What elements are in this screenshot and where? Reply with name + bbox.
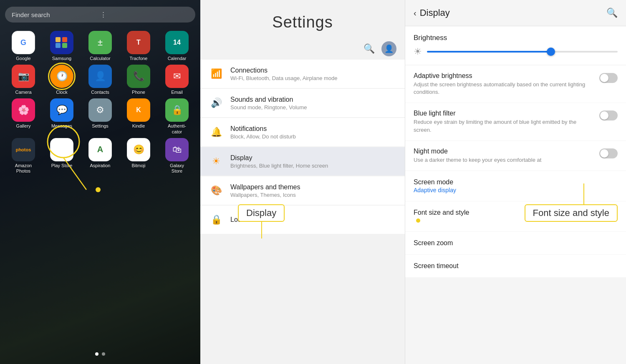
app-label-kindle: Kindle <box>132 123 145 129</box>
blue-light-toggle[interactable] <box>599 110 618 120</box>
galaxy-store-icon: 🛍 <box>165 138 189 161</box>
app-label-settings: Settings <box>92 123 109 129</box>
play-store-icon: ▶ <box>50 138 73 161</box>
app-label-google: Google <box>16 56 30 61</box>
more-options-icon[interactable]: ⋮ <box>100 11 189 18</box>
screen-timeout-row[interactable]: Screen timeout <box>405 255 626 277</box>
connections-title: Connections <box>230 67 396 74</box>
app-messages[interactable]: 💬 Messages <box>43 98 80 134</box>
calculator-icon: ± <box>88 31 112 54</box>
night-mode-row[interactable]: Night mode Use a darker theme to keep yo… <box>405 141 626 171</box>
app-label-aspiration: Aspiration <box>90 163 111 168</box>
display-text: Display Brightness, Blue light filter, H… <box>230 154 396 169</box>
wallpapers-text: Wallpapers and themes Wallpapers, Themes… <box>230 183 396 198</box>
app-label-samsung: Samsung <box>52 56 71 61</box>
settings-item-wallpapers[interactable]: 🎨 Wallpapers and themes Wallpapers, Them… <box>200 176 405 205</box>
app-calculator[interactable]: ± Calculator <box>82 31 119 61</box>
app-label-calendar: Calendar <box>168 56 187 61</box>
lock-icon: 🔒 <box>209 212 224 227</box>
sound-icon: 🔊 <box>209 95 224 110</box>
notifications-text: Notifications Block, Allow, Do not distu… <box>230 125 396 140</box>
adaptive-brightness-text: Adaptive brightness Adjust the screen br… <box>414 72 594 96</box>
display-callout-line <box>261 222 262 238</box>
app-galaxy-store[interactable]: 🛍 GalaxyStore <box>159 138 195 174</box>
app-label-galaxy-store: GalaxyStore <box>170 163 184 174</box>
app-play-store[interactable]: ▶ Play Store <box>43 138 80 174</box>
screen-mode-title: Screen mode <box>414 178 618 186</box>
adaptive-brightness-title: Adaptive brightness <box>414 72 594 80</box>
back-icon[interactable]: ‹ <box>414 8 416 18</box>
app-label-messages: Messages <box>51 123 72 129</box>
app-label-phone: Phone <box>132 90 145 95</box>
settings-list: 📶 Connections Wi-Fi, Bluetooth, Data usa… <box>200 60 405 364</box>
tracfone-icon: T <box>127 31 150 54</box>
settings-avatar[interactable]: 👤 <box>381 41 396 56</box>
display-content: Brightness ☀ Adaptive brightness Adjust … <box>405 26 626 364</box>
screen-zoom-row[interactable]: Screen zoom <box>405 232 626 254</box>
app-label-amazon-photos: AmazonPhotos <box>15 163 32 174</box>
display-panel-title: Display <box>420 8 603 18</box>
brightness-low-icon: ☀ <box>414 46 422 57</box>
blue-light-row[interactable]: Blue light filter Reduce eye strain by l… <box>405 103 626 140</box>
settings-icon: ⚙ <box>88 98 112 122</box>
sounds-text: Sounds and vibration Sound mode, Rington… <box>230 96 396 110</box>
app-contacts[interactable]: 👤 Contacts <box>82 65 119 95</box>
display-subtitle: Brightness, Blue light filter, Home scre… <box>230 163 396 169</box>
bitmoji-icon: 😊 <box>127 138 150 161</box>
connections-subtitle: Wi-Fi, Bluetooth, Data usage, Airplane m… <box>230 75 396 81</box>
brightness-slider[interactable] <box>427 51 618 53</box>
notifications-title: Notifications <box>230 125 396 133</box>
app-kindle[interactable]: K Kindle <box>120 98 157 134</box>
brightness-thumb[interactable] <box>547 48 555 56</box>
settings-item-lock[interactable]: 🔒 Lock screen <box>200 206 405 234</box>
blue-light-desc: Reduce eye strain by limiting the amount… <box>414 118 594 133</box>
finder-search-bar[interactable]: Finder search ⋮ <box>5 7 195 23</box>
app-samsung[interactable]: Samsung <box>43 31 80 61</box>
night-mode-toggle[interactable] <box>599 148 618 158</box>
app-bitmoji[interactable]: 😊 Bitmoji <box>120 138 157 174</box>
app-grid: G Google Samsung ± Calculator <box>5 31 195 174</box>
camera-icon: 📷 <box>12 65 35 88</box>
screen-mode-row[interactable]: Screen mode Adaptive display <box>405 171 626 201</box>
app-tracfone[interactable]: T Tracfone <box>120 31 157 61</box>
app-aspiration[interactable]: A Aspiration <box>82 138 119 174</box>
font-callout-container: Font size and style <box>525 204 618 222</box>
app-calendar[interactable]: 14 Calendar <box>159 31 195 61</box>
app-label-camera: Camera <box>15 90 31 95</box>
app-camera[interactable]: 📷 Camera <box>5 65 42 95</box>
night-mode-title: Night mode <box>414 148 594 155</box>
wallpaper-icon: 🎨 <box>209 183 224 198</box>
display-search-icon[interactable]: 🔍 <box>606 8 618 18</box>
gallery-icon: 🌸 <box>12 98 35 122</box>
messages-icon: 💬 <box>50 98 73 122</box>
settings-item-sounds[interactable]: 🔊 Sounds and vibration Sound mode, Ringt… <box>200 89 405 117</box>
settings-search-icon[interactable]: 🔍 <box>363 43 375 54</box>
google-icon: G <box>12 31 35 54</box>
font-callout-dot <box>416 218 420 223</box>
settings-item-connections[interactable]: 📶 Connections Wi-Fi, Bluetooth, Data usa… <box>200 60 405 88</box>
settings-item-display[interactable]: ☀ Display Brightness, Blue light filter,… <box>200 147 405 176</box>
night-mode-text: Night mode Use a darker theme to keep yo… <box>414 148 594 164</box>
settings-item-notifications[interactable]: 🔔 Notifications Block, Allow, Do not dis… <box>200 118 405 146</box>
app-phone[interactable]: 📞 Phone <box>120 65 157 95</box>
connections-text: Connections Wi-Fi, Bluetooth, Data usage… <box>230 67 396 81</box>
brightness-label: Brightness <box>414 34 618 42</box>
wallpapers-subtitle: Wallpapers, Themes, Icons <box>230 192 396 198</box>
adaptive-brightness-row[interactable]: Adaptive brightness Adjust the screen br… <box>405 65 626 103</box>
display-callout-container: Display <box>238 204 285 222</box>
app-settings[interactable]: ⚙ Settings <box>82 98 119 134</box>
wifi-icon: 📶 <box>209 66 224 81</box>
app-clock[interactable]: 🕐 Clock <box>43 65 80 95</box>
app-email[interactable]: ✉ Email <box>159 65 195 95</box>
app-gallery[interactable]: 🌸 Gallery <box>5 98 42 134</box>
adaptive-brightness-toggle[interactable] <box>599 73 618 83</box>
app-google[interactable]: G Google <box>5 31 42 61</box>
app-authenticator[interactable]: 🔒 Authenti-cator <box>159 98 195 134</box>
app-amazon-photos[interactable]: photos AmazonPhotos <box>5 138 42 174</box>
app-label-tracfone: Tracfone <box>129 56 147 61</box>
display-callout-badge: Display <box>238 204 285 222</box>
notifications-subtitle: Block, Allow, Do not disturb <box>230 133 396 140</box>
notifications-icon: 🔔 <box>209 125 224 140</box>
kindle-icon: K <box>127 98 150 122</box>
night-mode-desc: Use a darker theme to keep your eyes com… <box>414 156 594 164</box>
